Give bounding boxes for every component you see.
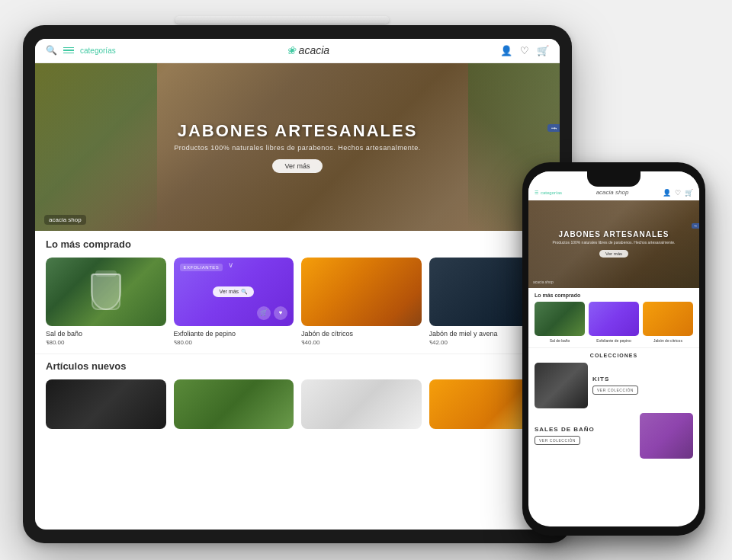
hero-plants-left [35, 63, 157, 231]
lo-mas-comprado-title: Lo más comprado [46, 238, 549, 250]
product-price: $80.00 [46, 339, 166, 346]
hamburger-menu-icon[interactable] [63, 47, 74, 54]
coleccion-sales-bano: SALES DE BAÑO VER COLECCIÓN [535, 413, 693, 459]
phone-product-name-citricos: Jabón de cítricos [643, 338, 693, 343]
phone-colecciones-section: COLECCIONES KIts VER COLECCIÓN SALES DE … [528, 347, 699, 463]
phone-products-grid: Sal de baño Exfoliante de pepino Jabón d… [535, 302, 693, 343]
product-image-citricos [301, 258, 422, 326]
product-name: Exfoliante de pepino [174, 330, 294, 338]
phone-nav-actions: 👤 ♡ 🛒 [663, 189, 693, 197]
ver-mas-button[interactable]: Ver más 🔍 [213, 286, 254, 297]
kits-info: KIts VER COLECCIÓN [592, 363, 693, 408]
phone-product-img-sal [535, 302, 585, 336]
new-products-grid [46, 379, 549, 429]
tablet-lo-mas-comprado-section: Lo más comprado Sal de ba [35, 231, 560, 354]
tablet-nav-logo: ❀ acacia [287, 44, 329, 56]
new-product-card-1[interactable] [46, 379, 166, 429]
phone-lo-mas-comprado-title: Lo más comprado [535, 293, 693, 298]
hero-subtitle: Productos 100% naturales libres de parab… [174, 144, 421, 152]
product-card-citricos[interactable]: Jabón de cítricos $40.00 [301, 258, 422, 346]
facebook-button[interactable]: f [547, 124, 560, 133]
phone-hero-ver-mas-button[interactable]: Ver más [599, 250, 628, 258]
tablet-hero-banner: JABONES ARTESANALES Productos 100% natur… [35, 63, 560, 231]
sales-bano-image [640, 413, 693, 459]
product-price: $80.00 [174, 339, 294, 346]
phone-acacia-shop-badge: acacia shop [533, 280, 554, 284]
categorias-label[interactable]: categorías [80, 46, 116, 55]
cart-add-icon[interactable]: 🛒 [257, 306, 271, 320]
tablet-products-grid: Sal de baño $80.00 EXFOLIANTES ∨ Ver más… [46, 258, 549, 346]
phone-cart-icon[interactable]: 🛒 [685, 189, 693, 197]
phone-lo-mas-comprado-section: Lo más comprado Sal de baño Exfoliante d… [528, 288, 699, 347]
kits-ver-coleccion-button[interactable]: VER COLECCIÓN [592, 386, 638, 395]
product-card-sal-bano[interactable]: Sal de baño $80.00 [46, 258, 166, 346]
hero-ver-mas-button[interactable]: Ver más [272, 159, 322, 173]
kits-image [535, 363, 588, 408]
colecciones-title: COLECCIONES [535, 353, 693, 358]
sales-info: SALES DE BAÑO VER COLECCIÓN [535, 413, 635, 459]
heart-add-icon[interactable]: ♥ [274, 306, 287, 320]
search-mini-icon: 🔍 [241, 289, 248, 295]
tablet-screen: 🔍 categorías ❀ acacia 👤 ♡ 🛒 [35, 39, 560, 530]
phone-hero-banner: JABONES ARTESANALES Productos 100% natur… [528, 200, 699, 288]
phone-hero-subtitle: Productos 100% naturales libres de parab… [553, 240, 676, 245]
phone-body: ☰ categorías acacia shop 👤 ♡ 🛒 J [522, 162, 705, 536]
phone-nav-categorias[interactable]: ☰ categorías [535, 190, 562, 195]
phone-notch [587, 171, 640, 187]
heart-icon[interactable]: ♡ [520, 45, 529, 56]
hero-title: JABONES ARTESANALES [174, 121, 421, 141]
cart-icon[interactable]: 🛒 [537, 45, 549, 56]
phone-product-img-citricos [643, 302, 693, 336]
new-product-card-3[interactable] [301, 379, 422, 429]
kits-name: KIts [592, 376, 693, 382]
tablet-device: 🔍 categorías ❀ acacia 👤 ♡ 🛒 [23, 25, 572, 543]
phone-product-card-exfoliante[interactable]: Exfoliante de pepino [589, 302, 639, 343]
tablet-articulos-nuevos-section: Artículos nuevos [35, 354, 560, 432]
product-card-exfoliante[interactable]: EXFOLIANTES ∨ Ver más 🔍 🛒 ♥ [174, 258, 294, 346]
phone-hero-title: JABONES ARTESANALES [553, 230, 676, 238]
sales-ver-coleccion-button[interactable]: VER COLECCIÓN [535, 436, 580, 445]
product-price: $40.00 [301, 339, 422, 346]
scene: 🔍 categorías ❀ acacia 👤 ♡ 🛒 [15, 10, 717, 551]
product-badge-exfoliantes: EXFOLIANTES [180, 264, 223, 271]
product-action-icons: 🛒 ♥ [257, 306, 287, 320]
phone-nav-logo: acacia shop [596, 189, 629, 196]
phone-product-card-citricos[interactable]: Jabón de cítricos [643, 302, 693, 343]
jar-decoration [46, 258, 166, 326]
phone-heart-icon[interactable]: ♡ [675, 189, 681, 197]
product-image-exfoliante: EXFOLIANTES ∨ Ver más 🔍 🛒 ♥ [174, 258, 294, 326]
new-product-card-2[interactable] [174, 379, 294, 429]
articulos-nuevos-title: Artículos nuevos [46, 360, 549, 372]
logo-flower-icon: ❀ [287, 44, 296, 56]
hero-content: JABONES ARTESANALES Productos 100% natur… [174, 121, 421, 173]
phone-hero-content: JABONES ARTESANALES Productos 100% natur… [545, 230, 683, 258]
product-image-sal-bano [46, 258, 166, 326]
phone-product-img-exfoliante [589, 302, 639, 336]
product-name: Sal de baño [46, 330, 166, 338]
jar-lid [95, 270, 117, 277]
user-icon[interactable]: 👤 [500, 45, 512, 56]
tablet-body: 🔍 categorías ❀ acacia 👤 ♡ 🛒 [23, 25, 572, 543]
hamburger-mini-icon: ☰ [535, 190, 538, 195]
jar-shape [92, 274, 120, 310]
phone-user-icon[interactable]: 👤 [663, 189, 671, 197]
phone-product-name-exfoliante: Exfoliante de pepino [589, 338, 639, 343]
tablet-pencil [175, 16, 389, 24]
phone-product-card-sal[interactable]: Sal de baño [535, 302, 585, 343]
tablet-navbar: 🔍 categorías ❀ acacia 👤 ♡ 🛒 [35, 39, 560, 63]
product-name: Jabón de cítricos [301, 330, 422, 338]
phone-screen: ☰ categorías acacia shop 👤 ♡ 🛒 J [528, 171, 699, 526]
tablet-nav-left: 🔍 categorías [46, 45, 116, 56]
acacia-shop-badge: acacia shop [44, 215, 86, 225]
tablet-nav-actions: 👤 ♡ 🛒 [500, 45, 549, 56]
search-icon[interactable]: 🔍 [46, 45, 57, 56]
phone-facebook-button[interactable]: f [692, 223, 699, 229]
phone-product-name-sal: Sal de baño [535, 338, 585, 343]
sales-bano-name: SALES DE BAÑO [535, 426, 635, 433]
coleccion-kits: KIts VER COLECCIÓN [535, 363, 693, 408]
phone-device: ☰ categorías acacia shop 👤 ♡ 🛒 J [522, 162, 705, 536]
chevron-down-icon: ∨ [228, 261, 233, 269]
